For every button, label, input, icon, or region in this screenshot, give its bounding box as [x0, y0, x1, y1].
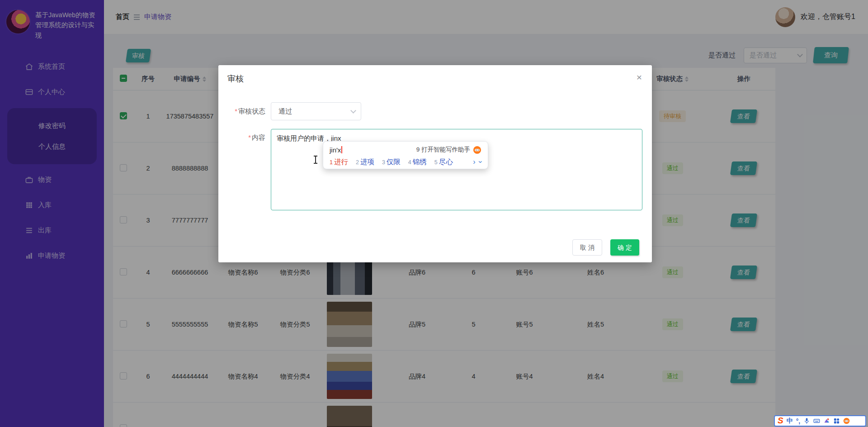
- skin-icon[interactable]: [823, 418, 830, 424]
- text-cursor-icon: [313, 156, 318, 165]
- required-asterisk: *: [248, 133, 251, 141]
- punctuation-icon[interactable]: °,: [796, 418, 801, 425]
- keyboard-icon[interactable]: [813, 418, 820, 424]
- ime-candidate-1[interactable]: 1进行: [330, 157, 348, 167]
- ime-candidate-2[interactable]: 2进项: [356, 157, 374, 167]
- required-asterisk: *: [235, 107, 237, 115]
- close-icon[interactable]: ×: [637, 72, 642, 82]
- chevron-down-icon: [350, 108, 356, 114]
- cancel-button[interactable]: 取 消: [572, 239, 602, 256]
- app-window: 基于JavaWeb的物资管理系统的设计与实现 系统首页 个人中心 修改密码 个人…: [0, 0, 868, 427]
- microphone-icon[interactable]: [803, 418, 810, 424]
- ime-toolbar: S 中 °,: [774, 415, 866, 427]
- assistant-icon[interactable]: [843, 418, 850, 424]
- chinese-mode-icon[interactable]: 中: [787, 417, 793, 425]
- audit-status-select[interactable]: 通过: [271, 102, 361, 120]
- sogou-logo-icon[interactable]: S: [778, 416, 783, 425]
- toolbox-icon[interactable]: [833, 418, 840, 424]
- ime-composition: jin'x: [330, 146, 341, 154]
- ime-candidate-3[interactable]: 3仅限: [382, 157, 401, 167]
- ime-assistant-hint[interactable]: 9 打开智能写作助手: [416, 146, 481, 154]
- ime-candidates-row: 1进行 2进项 3仅限 4锦绣 5尽心 › ›: [330, 156, 481, 168]
- dialog-footer: 取 消 确 定: [572, 239, 639, 256]
- ime-caret: [341, 146, 342, 153]
- content-field-label: *内容: [227, 129, 265, 210]
- confirm-button[interactable]: 确 定: [610, 239, 639, 256]
- ime-expand-icon[interactable]: ›: [476, 161, 484, 163]
- ime-composition-row: jin'x 9 打开智能写作助手: [330, 144, 481, 156]
- writing-assistant-icon: [473, 146, 481, 154]
- ime-page-controls: › ›: [473, 158, 481, 166]
- status-field-label: *审核状态: [227, 102, 265, 120]
- ime-candidate-5[interactable]: 5尽心: [434, 157, 453, 167]
- status-selected-value: 通过: [278, 107, 351, 116]
- ime-candidate-panel: jin'x 9 打开智能写作助手 1进行 2进项 3仅限 4锦绣 5尽心 › ›: [323, 141, 488, 169]
- ime-next-page-icon[interactable]: ›: [473, 158, 475, 166]
- ime-candidate-4[interactable]: 4锦绣: [408, 157, 427, 167]
- dialog-title: 审核: [227, 73, 244, 84]
